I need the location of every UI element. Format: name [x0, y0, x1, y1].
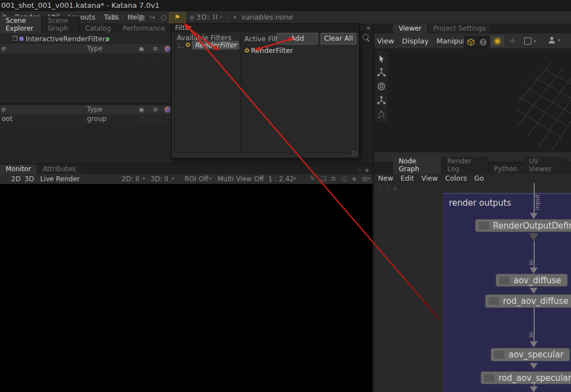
ng-nav-icons[interactable]: ○○◉	[378, 185, 400, 191]
pane-float-icon[interactable]: ○	[357, 167, 361, 173]
globe-icon[interactable]	[480, 38, 487, 46]
render-filters-row[interactable]: ❐ InteractiveRenderFilters	[0, 33, 171, 44]
annotate-pen-icon[interactable]: ✎	[310, 174, 315, 184]
pivot-tool-icon[interactable]	[377, 110, 386, 119]
scene-root-row[interactable]: oot group	[0, 114, 171, 124]
ng-menu-edit[interactable]: Edit	[400, 174, 414, 183]
pause-2d-status[interactable]: 2D: II	[122, 174, 139, 184]
chevron-down-icon[interactable]: ▾	[368, 174, 370, 184]
ng-menu-new[interactable]: New	[378, 174, 393, 183]
monitor-2d-button[interactable]: 2D	[11, 174, 21, 184]
render-toggle-icon[interactable]: ⊜	[153, 105, 158, 114]
tab-curve-editor[interactable]: Cur	[567, 164, 571, 174]
render-toggle-icon[interactable]: ⊜	[153, 44, 158, 54]
tab-performance[interactable]: Performance	[117, 24, 171, 33]
tab-catalog[interactable]: Catalog	[80, 24, 117, 33]
visibility-eye-icon[interactable]: ◉	[139, 105, 144, 114]
node-renderoutputdefine[interactable]: RenderOutputDefine	[475, 219, 571, 232]
panel1-list-body[interactable]	[0, 54, 171, 103]
node-graph-viewport[interactable]: ○○◉ render outputs input RenderOutputDef…	[374, 183, 571, 392]
ng-menu-colors[interactable]: Colors	[445, 174, 467, 183]
search-icon[interactable]	[362, 34, 369, 40]
camera-user-dropdown[interactable]: ▾	[548, 36, 560, 44]
probe-icon[interactable]: ○	[161, 11, 166, 23]
tab-attributes[interactable]: Attributes	[37, 164, 82, 174]
live-render-button[interactable]: Live Render	[40, 174, 80, 184]
node-label: rod_aov_diffuse	[503, 296, 568, 306]
snapshot-grid-icon[interactable]: ❖	[509, 37, 516, 45]
node-aov-diffuse[interactable]: aov_diffuse	[496, 274, 568, 287]
chevron-down-icon: ▾	[260, 174, 262, 184]
column-name[interactable]: e	[2, 44, 6, 54]
tab-monitor[interactable]: Monitor	[0, 164, 37, 174]
tab-node-graph[interactable]: Node Graph	[393, 157, 442, 174]
select-cursor-icon[interactable]	[378, 55, 386, 63]
variables-value[interactable]: none	[275, 11, 292, 23]
viewer-menu-display[interactable]: Display	[402, 37, 429, 45]
refresh-icon[interactable]: ⟳	[128, 11, 133, 23]
live-render-swirl-icon[interactable]	[164, 107, 171, 113]
column-type[interactable]: Type	[87, 44, 103, 54]
cube-icon[interactable]	[467, 38, 475, 46]
empty-toggle-circle[interactable]	[139, 117, 146, 123]
chevron-down-icon[interactable]: ▾	[172, 174, 174, 184]
monitor-3d-button[interactable]: 3D	[25, 174, 34, 184]
column-name[interactable]: e	[2, 105, 6, 114]
layers-icon[interactable]: ⧉	[331, 174, 336, 184]
popup-title[interactable]: Filter	[172, 24, 359, 32]
pane-menu-icon[interactable]: ◉	[366, 25, 371, 31]
scale-tool-icon[interactable]	[377, 96, 386, 105]
add-button[interactable]: Add	[277, 33, 318, 45]
settings-gear-icon[interactable]: ⚙	[112, 11, 118, 23]
popup-resize-grip[interactable]	[352, 151, 357, 156]
viewer-menu-view[interactable]: View	[377, 37, 394, 45]
translate-tool-icon[interactable]	[377, 68, 386, 77]
frame-icon[interactable]: ◻	[342, 174, 347, 184]
live-render-swirl-icon[interactable]	[164, 46, 171, 52]
tab-project-settings[interactable]: Project Settings	[428, 24, 492, 33]
tab-uv-viewer[interactable]: UV Viewer	[523, 157, 567, 174]
redo-icon[interactable]: ↪	[149, 11, 155, 23]
interactive-render-filters-icon[interactable]: ⚑	[169, 12, 186, 23]
viewport-layout-dropdown[interactable]: ▾	[524, 37, 536, 45]
lookdev-toggle[interactable]	[491, 36, 504, 47]
render-mode-value[interactable]: 3D: II	[196, 11, 218, 23]
tab-python[interactable]: Python	[488, 164, 524, 174]
monitor-viewport[interactable]	[0, 184, 372, 392]
tab-scene-explorer[interactable]: Scene Explorer	[0, 16, 42, 33]
visibility-eye-icon[interactable]: ◉	[139, 44, 144, 54]
node-rod-aov-specular[interactable]: rod_aov_specular	[481, 371, 571, 384]
ng-menu-go[interactable]: Go	[474, 174, 483, 183]
column-type[interactable]: Type	[87, 105, 103, 114]
ng-menu-view[interactable]: View	[421, 174, 438, 183]
pane-controls[interactable]: ○ ◉	[359, 25, 371, 31]
rotate-tool-icon[interactable]	[377, 82, 386, 91]
available-filters-list[interactable]	[174, 32, 241, 153]
pause-3d-status[interactable]: 3D: II	[151, 174, 168, 184]
viewer-viewport[interactable]	[374, 49, 571, 152]
compare-icon[interactable]: ◈	[352, 174, 356, 184]
disk-icon[interactable]: ▤	[139, 11, 145, 23]
node-rod-aov-diffuse[interactable]: rod_aov_diffuse	[485, 294, 571, 308]
clear-all-button[interactable]: Clear All	[321, 33, 356, 45]
chevron-down-icon[interactable]: ▾	[143, 174, 145, 184]
pane-menu-icon[interactable]: ◉	[365, 167, 369, 173]
roi-dropdown[interactable]: ROI Off	[185, 174, 209, 184]
node-aov-specular[interactable]: aov_specular	[491, 348, 570, 361]
tab-scene-graph[interactable]: Scene Graph	[42, 16, 79, 33]
tab-viewer[interactable]: Viewer	[393, 24, 428, 33]
tab-render-log[interactable]: Render Log	[442, 157, 488, 174]
zoom-ratio-dropdown[interactable]: 1 : 2.42	[268, 174, 294, 184]
render-lock-icon[interactable]: ◉	[189, 11, 195, 23]
panel2-list-body[interactable]	[0, 124, 171, 163]
mode-dropdown-chevron-icon[interactable]: ▾	[220, 11, 222, 23]
active-render-filter-item[interactable]: RenderFilter	[251, 46, 293, 55]
empty-toggle-circle[interactable]	[154, 117, 160, 123]
pane-controls[interactable]: ○ ◉	[357, 167, 369, 173]
snapshot-icon[interactable]: ▤	[362, 174, 367, 184]
group-title[interactable]: render outputs	[449, 198, 511, 208]
multi-view-dropdown[interactable]: Multi View Off	[217, 174, 264, 184]
comment-icon[interactable]: ❑	[321, 174, 326, 184]
variables-dropdown-icon[interactable]: ▾	[234, 11, 236, 23]
available-render-filter-item[interactable]: RenderFilter	[192, 41, 239, 50]
